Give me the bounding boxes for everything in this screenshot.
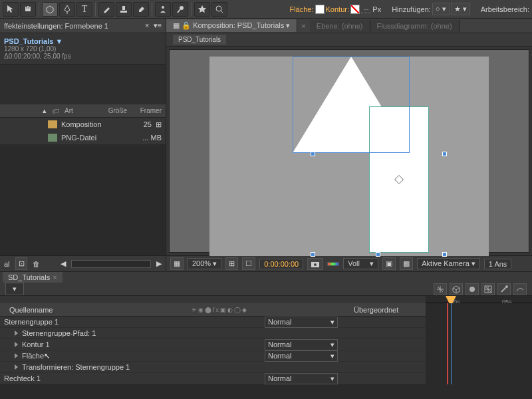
- col-size[interactable]: Größe: [108, 107, 135, 114]
- rotobrush-tool[interactable]: [155, 2, 171, 17]
- lock-icon: ▦ 🔒: [173, 21, 191, 29]
- timeline-tab[interactable]: SD_Tutorials×: [3, 272, 63, 283]
- layer-row[interactable]: Sternengruppe 1Normal▾: [0, 317, 426, 328]
- blend-mode-select[interactable]: Normal▾: [265, 339, 338, 350]
- col-framerate[interactable]: Framer: [140, 107, 162, 114]
- svg-line-5: [178, 9, 180, 13]
- grid-toggle[interactable]: ▦: [170, 257, 184, 270]
- comp-sub-bar: PSD_Tutorials: [166, 33, 532, 47]
- sort-arrow-icon[interactable]: ▴: [43, 106, 47, 115]
- shape-tool[interactable]: [42, 2, 58, 17]
- svg-point-11: [469, 287, 475, 292]
- stroke-width-field[interactable]: --: [361, 5, 371, 13]
- project-item-png[interactable]: PNG-Datei ... MB: [0, 131, 166, 144]
- scroll-right-icon[interactable]: ▶: [156, 259, 162, 268]
- snapshot-button[interactable]: [307, 258, 323, 270]
- camera-select[interactable]: Aktive Kamera ▾: [417, 258, 480, 269]
- flowchart-icon[interactable]: ⊞: [156, 120, 162, 129]
- project-info: PSD_Tutorials ▼ 1280 x 720 (1,00) Δ0:00:…: [0, 33, 166, 65]
- effect-settings-tab[interactable]: ffekteinstellungen: Formebene 1× ▾≡: [0, 19, 166, 33]
- trash-icon[interactable]: 🗑: [33, 260, 40, 268]
- selection-tool[interactable]: [3, 2, 19, 17]
- viewer-controls: ▦ 200% ▾ ⊞ ☐ 0:00:00:00 Voll ▾ ▣ ▩ Aktiv…: [166, 255, 532, 271]
- add-dropdown[interactable]: ○ ▾: [432, 3, 450, 15]
- axes-icon: [436, 285, 445, 294]
- handle[interactable]: [442, 252, 447, 257]
- scroll-left-icon[interactable]: ◀: [61, 259, 66, 268]
- timeline-tracks[interactable]: [426, 303, 532, 384]
- col-parent[interactable]: Übergeordnet: [354, 306, 398, 314]
- playhead-line[interactable]: [451, 303, 452, 384]
- graph-switch[interactable]: [513, 283, 527, 295]
- resolution-select[interactable]: Voll ▾: [343, 258, 378, 269]
- transparency-grid[interactable]: ▩: [400, 257, 413, 270]
- hand-tool[interactable]: [20, 2, 36, 17]
- bpc-button[interactable]: ⊡: [15, 257, 27, 270]
- person-icon: [158, 5, 168, 14]
- layer-row[interactable]: Kontur 1Normal▾: [0, 339, 426, 350]
- channel-button[interactable]: [327, 262, 339, 266]
- blend-mode-select[interactable]: Normal▾: [265, 373, 338, 384]
- text-tool[interactable]: T: [76, 2, 92, 17]
- comp-name-link[interactable]: PSD_Tutorials ▼: [4, 37, 162, 45]
- moblur-switch[interactable]: [466, 283, 479, 295]
- current-time[interactable]: 0:00:00:00: [259, 259, 303, 269]
- viewport[interactable]: [169, 49, 529, 253]
- handle[interactable]: [311, 152, 315, 156]
- work-area-start[interactable]: [447, 303, 448, 384]
- comp-tab-close[interactable]: ×: [297, 22, 309, 30]
- close-icon[interactable]: ×: [53, 273, 57, 281]
- roi-button[interactable]: ▣: [382, 257, 396, 270]
- comp-subtab[interactable]: PSD_Tutorials: [173, 35, 226, 45]
- col-type[interactable]: Art: [65, 107, 103, 114]
- col-source[interactable]: Quellenname: [4, 306, 184, 314]
- arrow-icon: [7, 5, 15, 14]
- blend-mode-select[interactable]: Normal▾: [265, 317, 338, 328]
- time-ruler[interactable]: 0s 05s: [426, 296, 532, 303]
- footer-label: al: [4, 260, 10, 268]
- composition-panel: ▦ 🔒 Komposition: PSD_Tutorials ▾ × Ebene…: [166, 19, 532, 271]
- stamp-tool[interactable]: [116, 2, 132, 17]
- timeline-menu-dropdown[interactable]: ▾: [5, 283, 24, 295]
- expand-arrow-icon[interactable]: [15, 342, 18, 347]
- flowchart-tab[interactable]: Flussdiagramm: (ohne): [370, 20, 460, 32]
- layer-row[interactable]: Fläche↖Normal▾: [0, 350, 426, 362]
- h-scrollbar[interactable]: [71, 260, 151, 268]
- svg-marker-6: [198, 5, 206, 13]
- layer-row[interactable]: Transformieren: Sternengruppe 1: [0, 362, 426, 373]
- layer-tab[interactable]: Ebene: (ohne): [310, 20, 370, 32]
- draft3d-switch[interactable]: [434, 283, 447, 295]
- tag-icon[interactable]: 🏷: [52, 107, 59, 115]
- zoom-select[interactable]: 200% ▾: [188, 258, 221, 269]
- add-star-dropdown[interactable]: ★ ▾: [451, 3, 470, 15]
- layer-row[interactable]: Rechteck 1Normal▾: [0, 373, 426, 384]
- stroke-swatch[interactable]: [350, 5, 360, 14]
- handle[interactable]: [311, 252, 315, 257]
- brainstorm-switch[interactable]: [497, 283, 511, 295]
- eraser-tool[interactable]: [133, 2, 149, 17]
- comp-tab[interactable]: ▦ 🔒 Komposition: PSD_Tutorials ▾: [166, 19, 297, 32]
- stroke-label: Kontur:: [326, 5, 349, 13]
- search-tool[interactable]: [211, 2, 227, 17]
- fill-swatch[interactable]: [315, 5, 325, 14]
- view-count[interactable]: 1 Ans: [484, 259, 512, 269]
- mask-toggle[interactable]: ☐: [242, 257, 255, 270]
- pen-tool[interactable]: [59, 2, 75, 17]
- brush-tool[interactable]: [98, 2, 114, 17]
- puppet-tool[interactable]: [172, 2, 188, 17]
- handle[interactable]: [376, 252, 380, 257]
- expand-arrow-icon[interactable]: [15, 353, 18, 358]
- shy-switch[interactable]: [450, 283, 463, 295]
- expand-arrow-icon[interactable]: [15, 331, 18, 336]
- comp-icon: [48, 120, 57, 128]
- svg-rect-2: [120, 11, 127, 13]
- blend-icon: [483, 285, 493, 294]
- blend-mode-select[interactable]: Normal▾: [265, 350, 338, 362]
- handle[interactable]: [442, 152, 447, 156]
- favorite-tool[interactable]: [194, 2, 210, 17]
- frame-blend-switch[interactable]: [481, 283, 495, 295]
- safe-zones[interactable]: ⊞: [225, 257, 238, 270]
- project-item-comp[interactable]: Komposition 25 ⊞: [0, 118, 166, 131]
- layer-row[interactable]: Sternengruppe-Pfad: 1: [0, 328, 426, 339]
- expand-arrow-icon[interactable]: [15, 364, 18, 370]
